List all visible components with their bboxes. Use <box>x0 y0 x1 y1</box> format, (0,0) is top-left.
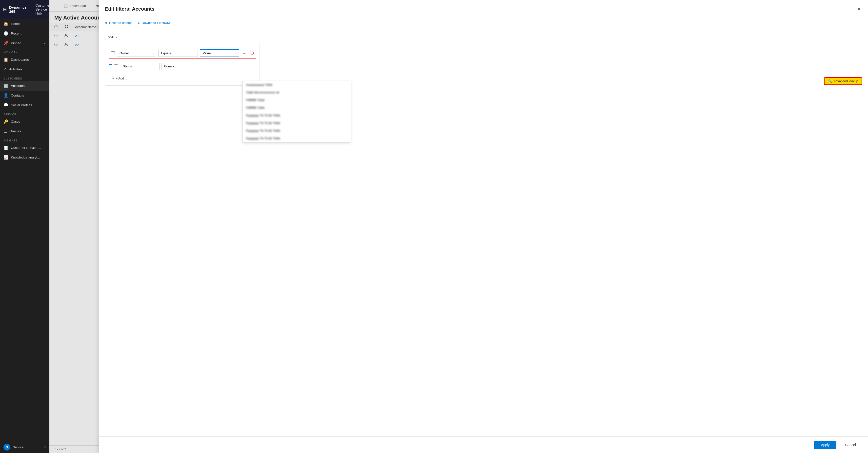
sidebar-item-knowledge-label: Knowledge analyt... <box>11 156 40 159</box>
download-label: Download FetchXML <box>142 21 172 25</box>
pin-icon: 📌 <box>3 41 8 45</box>
sidebar-item-home[interactable]: 🏠 Home <box>0 19 50 29</box>
dropdown-item-3[interactable]: Fffffffffft Ttttttt <box>243 96 351 104</box>
and-chevron-icon: ⌄ <box>115 36 117 38</box>
dropdown-item-8[interactable]: Ppppppp Ttt Ttt Bt Ttttttt <box>243 134 351 142</box>
filter-row-1: Owner Equals Value <box>108 47 256 59</box>
contacts-icon: 👤 <box>3 93 8 98</box>
service-section-label: Service <box>0 110 50 117</box>
customer-service-icon: 📊 <box>3 145 8 150</box>
nav-bottom-diamond-icon: ◇ <box>44 445 46 449</box>
cancel-button[interactable]: Cancel <box>839 441 862 449</box>
advanced-lookup-label: Advanced lookup <box>833 79 858 83</box>
my-work-section-label: My Work <box>0 48 50 55</box>
grid-icon[interactable]: ⊞ <box>3 7 7 12</box>
add-chevron-icon: ⌄ <box>125 76 128 80</box>
filter-row-1-operator-select[interactable]: Equals <box>158 50 198 57</box>
sidebar-item-customer-service[interactable]: 📊 Customer Service ... <box>0 143 50 153</box>
insights-section-label: Insights <box>0 136 50 143</box>
reset-label: Reset to default <box>109 21 132 25</box>
home-icon: 🏠 <box>3 22 8 26</box>
sidebar-item-dashboards[interactable]: 📋 Dashboards <box>0 55 50 64</box>
sidebar-item-home-label: Home <box>11 22 20 26</box>
dropdown-item-6[interactable]: Ppppppp Ttt Ttt Bt Ttttttt <box>243 119 351 127</box>
modal-body: AND ⌄ Owner <box>99 29 868 436</box>
filter-row-2: Status Equals <box>113 61 202 71</box>
app-name: Dynamics 365 <box>9 5 27 13</box>
dropdown-item-2[interactable]: Ttttttt Mmmmmmmm ttt <box>243 89 351 96</box>
dropdown-item-5[interactable]: Ppppppp Ttt Ttt Bt Ttttttt <box>243 111 351 119</box>
nav-bottom-label: Service <box>13 445 24 449</box>
sidebar-item-pinned[interactable]: 📌 Pinned ⌄ <box>0 38 50 48</box>
queues-icon: ☰ <box>3 129 7 134</box>
nav-sidebar: ⊞ Dynamics 365 | Customer Service Hub 🏠 … <box>0 0 50 453</box>
sidebar-item-contacts[interactable]: 👤 Contacts <box>0 91 50 100</box>
add-row-button[interactable]: + + Add ⌄ <box>108 75 256 82</box>
modal-footer: Apply Cancel <box>99 436 868 453</box>
nav-top-bar: ⊞ Dynamics 365 | Customer Service Hub <box>0 0 50 19</box>
dropdown-item-1[interactable]: Aaaaaaaaaa Ttttttt <box>243 81 351 89</box>
sidebar-item-recent[interactable]: 🕐 Recent ⌄ <box>0 29 50 38</box>
sidebar-item-activities[interactable]: ✓ Activities <box>0 64 50 74</box>
filter-row-1-warning-icon: ⓘ <box>250 51 254 56</box>
filter-row-1-operator-wrapper: Equals <box>158 50 198 57</box>
modal-panel: Edit filters: Accounts ✕ ↺ Reset to defa… <box>99 0 868 453</box>
filter-row-1-field-select[interactable]: Owner <box>117 50 156 57</box>
sidebar-item-dashboards-label: Dashboards <box>11 58 29 62</box>
download-icon: ⬇ <box>137 21 140 25</box>
download-fetchxml-button[interactable]: ⬇ Download FetchXML <box>137 20 172 26</box>
filter-row-2-connector <box>108 58 112 65</box>
pinned-chevron-icon: ⌄ <box>44 41 46 45</box>
customers-section-label: Customers <box>0 74 50 81</box>
filter-row-2-checkbox[interactable] <box>114 64 118 68</box>
filter-row-2-operator-select[interactable]: Equals <box>161 63 201 70</box>
filter-row-2-wrapper: Status Equals <box>108 61 256 71</box>
sidebar-item-social-profiles-label: Social Profiles <box>11 103 32 107</box>
sidebar-item-accounts[interactable]: 🏢 Accounts <box>0 81 50 91</box>
dropdown-list: Aaaaaaaaaa Ttttttt Ttttttt Mmmmmmmm ttt … <box>242 81 351 142</box>
sidebar-item-queues[interactable]: ☰ Queues <box>0 126 50 136</box>
modal-title: Edit filters: Accounts <box>105 6 154 12</box>
filter-row-2-field-wrapper: Status <box>120 63 159 70</box>
dropdown-item-4[interactable]: Fffffffffft Ttttttt <box>243 104 351 111</box>
cases-icon: 🔑 <box>3 119 8 124</box>
and-label: AND <box>108 35 114 39</box>
sidebar-item-recent-label: Recent <box>11 32 22 35</box>
social-profiles-icon: 💬 <box>3 103 8 107</box>
filter-row-1-value-select[interactable]: Value <box>200 50 239 57</box>
dropdown-item-7[interactable]: Ppppppp Ttt Ttt Bt Ttttttt <box>243 127 351 134</box>
sidebar-item-cases-label: Cases <box>11 120 20 123</box>
sidebar-item-pinned-label: Pinned <box>11 41 21 45</box>
reset-icon: ↺ <box>105 21 108 25</box>
modal-actions-row: ↺ Reset to default ⬇ Download FetchXML <box>99 17 868 29</box>
sidebar-item-knowledge[interactable]: 📈 Knowledge analyt... <box>0 153 50 162</box>
modal-header: Edit filters: Accounts ✕ <box>99 0 868 17</box>
sidebar-item-accounts-label: Accounts <box>11 84 25 88</box>
activities-icon: ✓ <box>3 67 7 72</box>
dashboards-icon: 📋 <box>3 57 8 62</box>
knowledge-icon: 📈 <box>3 155 8 160</box>
filter-row-1-field-wrapper: Owner <box>117 50 156 57</box>
add-label: + Add <box>116 76 124 80</box>
recent-icon: 🕐 <box>3 31 8 36</box>
add-icon: + <box>112 76 114 80</box>
filter-group: Owner Equals Value <box>105 44 260 86</box>
sidebar-item-social-profiles[interactable]: 💬 Social Profiles <box>0 100 50 110</box>
filter-row-2-field-select[interactable]: Status <box>120 63 159 70</box>
sidebar-item-contacts-label: Contacts <box>11 94 24 97</box>
reset-to-default-button[interactable]: ↺ Reset to default <box>105 20 132 26</box>
app-module: Customer Service Hub <box>36 3 50 15</box>
modal-close-button[interactable]: ✕ <box>856 5 862 13</box>
main-area: ← 📊 Show Chart + New 🗑 Delete My Active … <box>50 0 868 453</box>
advanced-lookup-badge[interactable]: 🔍 Advanced lookup <box>824 77 862 85</box>
filter-row-1-more-button[interactable]: ··· <box>241 50 248 56</box>
accounts-icon: 🏢 <box>3 84 8 88</box>
sidebar-item-cases[interactable]: 🔑 Cases <box>0 117 50 126</box>
filter-row-1-checkbox[interactable] <box>111 51 115 55</box>
sidebar-item-customer-service-label: Customer Service ... <box>11 146 41 150</box>
and-badge[interactable]: AND ⌄ <box>105 34 120 40</box>
nav-bottom-service[interactable]: S Service ◇ <box>0 441 50 453</box>
advanced-lookup-icon: 🔍 <box>828 79 832 83</box>
apply-button[interactable]: Apply <box>814 441 836 449</box>
app-divider: | <box>31 7 32 11</box>
